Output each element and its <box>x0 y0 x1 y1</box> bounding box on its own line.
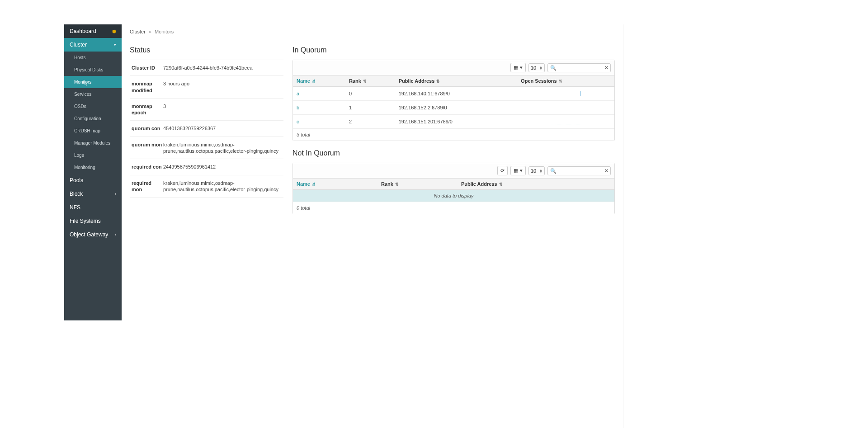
in-quorum-table: Name⇵ Rank⇅ Public Address⇅ Open Session… <box>293 75 614 141</box>
status-key: quorum mon <box>132 141 163 155</box>
page-size-input[interactable]: 10 ▲▼ <box>528 166 545 175</box>
col-label: Name <box>297 181 310 187</box>
status-row: quorum monkraken,luminous,mimic,osdmap-p… <box>130 137 283 160</box>
breadcrumb-current: Monitors <box>155 29 174 34</box>
sort-asc-icon: ⇵ <box>312 182 316 187</box>
columns-toggle-button[interactable]: ▦ ▾ <box>510 166 526 175</box>
status-row: quorum con4540138320759226367 <box>130 121 283 136</box>
sidebar-item-label: NFS <box>70 204 80 211</box>
search-input[interactable] <box>547 63 611 72</box>
sidebar-item-label: Services <box>74 92 91 97</box>
sidebar: Dashboard ⬢ Cluster ▾ Hosts Physical Dis… <box>64 24 122 320</box>
sidebar-pools[interactable]: Pools <box>64 174 122 187</box>
status-value: 7290af6f-a0e3-4244-bfe3-74b9fc41beea <box>163 65 282 71</box>
clear-icon[interactable]: × <box>605 65 608 71</box>
chevron-down-icon: ▾ <box>114 42 116 47</box>
table-total: 3 total <box>293 129 614 141</box>
status-title: Status <box>130 46 283 54</box>
sidebar-object-gateway[interactable]: Object Gateway › <box>64 228 122 241</box>
main-content: Cluster » Monitors Status Cluster ID7290… <box>122 24 623 428</box>
sidebar-item-logs[interactable]: Logs <box>64 149 122 161</box>
sidebar-item-label: Manager Modules <box>74 141 110 146</box>
mon-sessions-spark <box>517 115 614 129</box>
col-label: Rank <box>381 181 393 187</box>
search-icon: 🔍 <box>550 65 557 71</box>
status-value: kraken,luminous,mimic,osdmap-prune,nauti… <box>163 180 282 193</box>
caret-down-icon: ▾ <box>520 65 523 71</box>
mon-rank: 0 <box>345 87 395 101</box>
sidebar-item-monitors[interactable]: Monitors <box>64 76 122 88</box>
sidebar-item-configuration[interactable]: Configuration <box>64 113 122 125</box>
breadcrumb: Cluster » Monitors <box>130 29 615 34</box>
sidebar-item-hosts[interactable]: Hosts <box>64 52 122 64</box>
sidebar-item-label: Physical Disks <box>74 67 103 72</box>
sidebar-file-systems[interactable]: File Systems <box>64 214 122 228</box>
clear-icon[interactable]: × <box>605 168 608 174</box>
sort-icon: ⇅ <box>363 79 367 84</box>
search-input[interactable] <box>547 166 611 175</box>
sidebar-item-monitoring[interactable]: Monitoring <box>64 161 122 174</box>
status-key: quorum con <box>132 125 163 132</box>
sidebar-cluster[interactable]: Cluster ▾ <box>64 38 122 52</box>
mon-address: 192.168.152.2:6789/0 <box>395 101 517 115</box>
sort-asc-icon: ⇵ <box>312 79 316 84</box>
in-quorum-toolbar: ▦ ▾ 10 ▲▼ 🔍 × <box>293 60 614 75</box>
mon-name-link[interactable]: c <box>293 115 345 129</box>
mon-address: 192.168.140.11:6789/0 <box>395 87 517 101</box>
table-row: a 0 192.168.140.11:6789/0 <box>293 87 614 101</box>
col-public-address[interactable]: Public Address⇅ <box>395 75 517 87</box>
status-key: required con <box>132 164 163 170</box>
col-public-address[interactable]: Public Address⇅ <box>458 179 614 190</box>
status-row: Cluster ID7290af6f-a0e3-4244-bfe3-74b9fc… <box>130 60 283 76</box>
col-open-sessions[interactable]: Open Sessions⇅ <box>517 75 614 87</box>
status-row: monmap modified3 hours ago <box>130 76 283 99</box>
sidebar-item-label: Hosts <box>74 55 86 60</box>
sidebar-item-label: Logs <box>74 153 84 158</box>
mon-name-link[interactable]: b <box>293 101 345 115</box>
col-label: Open Sessions <box>521 78 557 84</box>
sidebar-item-manager-modules[interactable]: Manager Modules <box>64 137 122 149</box>
sparkline-icon <box>552 118 580 124</box>
col-rank[interactable]: Rank⇅ <box>345 75 395 87</box>
empty-message: No data to display <box>293 190 614 202</box>
mon-address: 192.168.151.201:6789/0 <box>395 115 517 129</box>
sidebar-nfs[interactable]: NFS <box>64 201 122 214</box>
grid-icon: ▦ <box>514 168 518 174</box>
empty-row: No data to display <box>293 190 614 202</box>
sidebar-item-osds[interactable]: OSDs <box>64 100 122 113</box>
spinner-icon: ▲▼ <box>539 66 542 70</box>
status-value: 3 hours ago <box>163 80 282 94</box>
status-row: required monkraken,luminous,mimic,osdmap… <box>130 175 283 198</box>
refresh-button[interactable]: ⟳ <box>497 166 508 175</box>
sidebar-cluster-label: Cluster <box>70 42 87 48</box>
spinner-icon: ▲▼ <box>539 169 542 173</box>
table-footer: 0 total <box>293 202 614 214</box>
sidebar-item-label: Pools <box>70 177 83 183</box>
sidebar-item-physical-disks[interactable]: Physical Disks <box>64 64 122 76</box>
in-quorum-title: In Quorum <box>292 46 615 54</box>
caret-down-icon: ▾ <box>520 168 523 174</box>
sidebar-item-services[interactable]: Services <box>64 88 122 100</box>
refresh-icon: ⟳ <box>500 168 505 174</box>
status-value: 4540138320759226367 <box>163 125 282 132</box>
col-name[interactable]: Name⇵ <box>293 179 377 190</box>
sidebar-item-label: OSDs <box>74 104 86 109</box>
mon-rank: 2 <box>345 115 395 129</box>
sidebar-block[interactable]: Block › <box>64 187 122 201</box>
col-rank[interactable]: Rank⇅ <box>377 179 458 190</box>
table-row: b 1 192.168.152.2:6789/0 <box>293 101 614 115</box>
sort-icon: ⇅ <box>395 182 399 187</box>
table-total: 0 total <box>293 202 614 214</box>
chevron-right-icon: › <box>115 232 116 237</box>
breadcrumb-root[interactable]: Cluster <box>130 29 146 34</box>
table-footer: 3 total <box>293 129 614 141</box>
sort-icon: ⇅ <box>559 79 562 84</box>
columns-toggle-button[interactable]: ▦ ▾ <box>510 63 526 72</box>
col-name[interactable]: Name⇵ <box>293 75 345 87</box>
search-wrap: 🔍 × <box>547 166 611 175</box>
mon-name-link[interactable]: a <box>293 87 345 101</box>
status-row: monmap epoch3 <box>130 99 283 121</box>
page-size-input[interactable]: 10 ▲▼ <box>528 63 545 72</box>
sidebar-dashboard[interactable]: Dashboard ⬢ <box>64 24 122 38</box>
sidebar-item-crush-map[interactable]: CRUSH map <box>64 125 122 137</box>
